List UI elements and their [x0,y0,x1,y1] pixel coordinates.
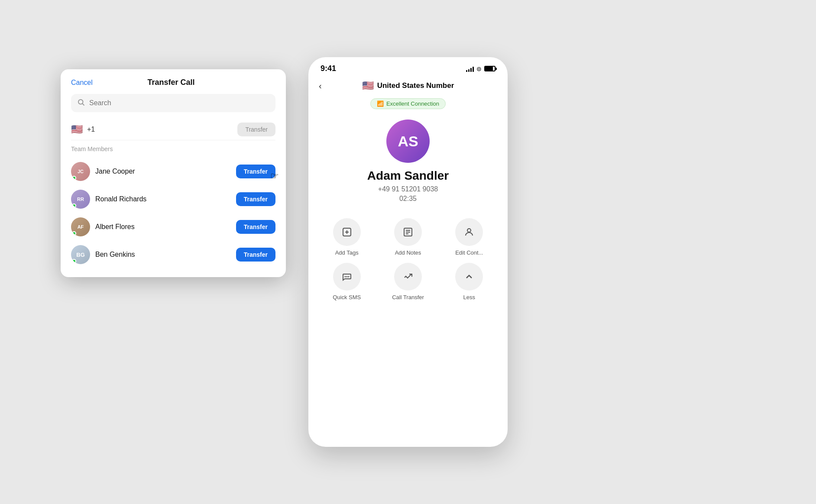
nav-bar: ‹ 🇺🇸 United States Number [308,77,508,95]
add-notes-icon [394,218,422,246]
svg-point-9 [346,276,347,278]
status-time: 9:41 [321,64,336,73]
phone-container: 9:41 ⊜ ‹ 🇺🇸 United States Number 📶 Excel… [308,57,508,447]
status-icons: ⊜ [466,65,495,72]
contact-phone: +49 91 51201 9038 [378,185,438,193]
connection-label: Excellent Connection [386,100,439,107]
team-member-row: JC Jane Cooper Transfer ☞ [71,158,275,185]
contact-initials: AS [398,133,418,150]
transfer-button-ben[interactable]: Transfer [236,248,275,262]
call-timer: 02:35 [399,195,417,203]
add-tags-icon [333,218,361,246]
contact-section: AS Adam Sandler +49 91 51201 9038 02:35 [308,113,508,215]
svg-point-7 [467,229,471,232]
nav-title: 🇺🇸 United States Number [362,80,454,91]
online-indicator-jane [72,176,76,180]
svg-line-12 [82,103,84,105]
member-avatar-ben: BG [71,245,90,264]
connection-badge: 📶 Excellent Connection [370,98,446,109]
member-left-jane: JC Jane Cooper [71,162,135,181]
member-left-ben: BG Ben Genkins [71,245,135,264]
battery-icon [484,66,495,71]
team-member-row: RR Ronald Richards Transfer [71,185,275,213]
add-tags-label: Add Tags [335,249,359,256]
member-avatar-jane: JC [71,162,90,181]
less-label: Less [463,294,475,300]
add-notes-label: Add Notes [395,249,421,256]
svg-point-11 [78,100,83,104]
country-flag: 🇺🇸 [362,80,374,91]
online-indicator-albert [72,231,76,236]
svg-point-10 [348,276,349,278]
add-tags-button[interactable]: Add Tags [319,218,375,256]
modal-title: Transfer Call [147,78,194,87]
quick-sms-button[interactable]: Quick SMS [319,263,375,300]
status-bar: 9:41 ⊜ [308,57,508,77]
action-grid-1: Add Tags Add Notes Edit Cont... [308,215,508,259]
transfer-button-albert[interactable]: Transfer [236,220,275,234]
nav-title-text: United States Number [377,81,454,90]
less-button[interactable]: Less [441,263,497,300]
back-button[interactable]: ‹ [319,81,322,91]
edit-contact-label: Edit Cont... [455,249,483,256]
phone-transfer-button[interactable]: Transfer [237,123,275,136]
online-indicator-ronald [72,204,76,208]
less-icon [455,263,483,291]
edit-contact-button[interactable]: Edit Cont... [441,218,497,256]
country-code: +1 [87,126,95,133]
team-section: Team Members JC Jane Cooper Transfer ☞ R… [71,145,275,268]
phone-flag: 🇺🇸 [71,124,83,135]
member-name-albert: Albert Flores [95,223,135,231]
call-transfer-label: Call Transfer [392,294,424,300]
member-name-jane: Jane Cooper [95,168,135,175]
phone-number-row: 🇺🇸 +1 Transfer [71,119,275,140]
team-member-row: BG Ben Genkins Transfer [71,241,275,268]
member-name-ronald: Ronald Richards [95,195,146,203]
svg-point-8 [344,276,346,278]
transfer-button-jane[interactable]: Transfer [236,165,275,178]
wifi-icon: ⊜ [476,65,482,72]
transfer-button-ronald[interactable]: Transfer [236,192,275,206]
quick-sms-label: Quick SMS [333,294,361,300]
team-member-row: AF Albert Flores Transfer [71,213,275,241]
call-transfer-icon [394,263,422,291]
search-input[interactable] [89,99,269,107]
member-left-ronald: RR Ronald Richards [71,190,146,209]
connection-icon: 📶 [377,100,384,107]
call-transfer-button[interactable]: Call Transfer [380,263,436,300]
quick-sms-icon [333,263,361,291]
contact-name: Adam Sandler [367,169,449,183]
online-indicator-ben [72,259,76,263]
search-icon [77,98,85,108]
phone-row-left: 🇺🇸 +1 [71,124,95,135]
modal-header: Cancel Transfer Call [71,78,275,87]
action-grid-2: Quick SMS Call Transfer Less [308,259,508,304]
cancel-button[interactable]: Cancel [71,79,93,87]
team-section-label: Team Members [71,145,275,152]
transfer-call-modal: Cancel Transfer Call 🇺🇸 +1 Transfer Team… [61,69,286,277]
add-notes-button[interactable]: Add Notes [380,218,436,256]
signal-icon [466,66,474,72]
contact-avatar: AS [386,120,430,163]
member-avatar-albert: AF [71,217,90,236]
member-avatar-ronald: RR [71,190,90,209]
member-left-albert: AF Albert Flores [71,217,135,236]
edit-contact-icon [455,218,483,246]
member-name-ben: Ben Genkins [95,251,135,258]
search-box [71,94,275,112]
